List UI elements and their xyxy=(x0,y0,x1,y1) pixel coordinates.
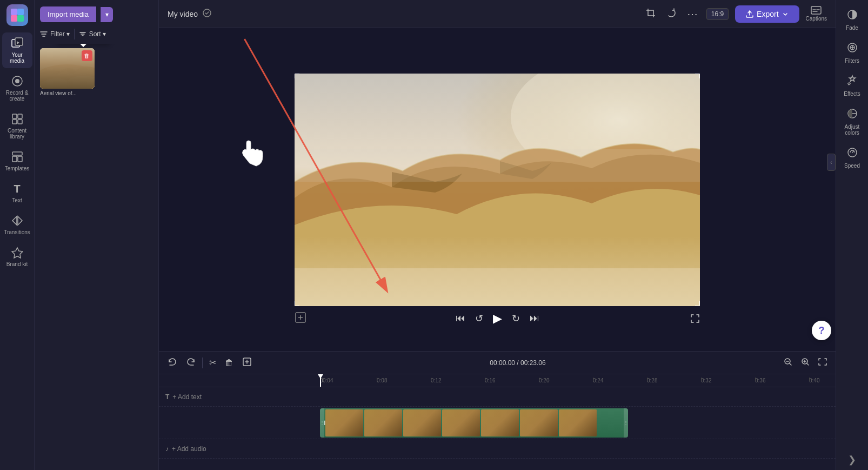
clip-frames xyxy=(324,408,624,438)
corner-handle-tr[interactable] xyxy=(695,74,700,78)
sidebar-item-transitions[interactable]: Transitions xyxy=(2,210,32,240)
filter-label: Filter xyxy=(50,30,65,38)
fit-timeline-button[interactable] xyxy=(816,355,829,370)
text-track-row: T + Add text xyxy=(159,387,836,407)
import-media-button[interactable]: Import media xyxy=(40,6,96,22)
right-tool-effects[interactable]: Effects xyxy=(838,70,866,101)
text-track-label: T + Add text xyxy=(159,393,320,401)
video-track-row: ⋮ ⏸ ⋮ xyxy=(159,407,836,439)
right-tool-adjust-colors[interactable]: Adjust colors xyxy=(838,103,866,140)
ruler-mark-10: 0:40 xyxy=(809,378,836,383)
svg-rect-13 xyxy=(12,156,17,162)
right-tool-filters[interactable]: Filters xyxy=(838,37,866,68)
ruler-mark-8: 0:32 xyxy=(701,378,755,383)
zoom-in-button[interactable] xyxy=(799,355,812,370)
sidebar-label-templates: Templates xyxy=(5,166,30,171)
svg-rect-2 xyxy=(11,15,17,22)
clip-frame-4 xyxy=(442,409,480,436)
left-sidebar: Your media Record & create Content libra… xyxy=(0,0,35,470)
skip-back-button[interactable]: ⏮ xyxy=(456,313,465,324)
media-grid: Add to timeline xyxy=(35,44,158,470)
collapse-media-panel-button[interactable]: ‹ xyxy=(827,154,836,171)
right-tool-fade[interactable]: Fade xyxy=(838,4,866,35)
filters-label: Filters xyxy=(845,58,859,64)
svg-rect-14 xyxy=(18,156,22,162)
sidebar-item-brand-kit[interactable]: Brand kit xyxy=(2,242,32,272)
sort-button[interactable]: Sort ▾ xyxy=(79,30,106,38)
import-media-dropdown[interactable]: ▾ xyxy=(101,7,113,22)
svg-rect-12 xyxy=(12,152,22,155)
captions-label: Captions xyxy=(806,16,827,22)
timeline-toolbar: ✂ 🗑 00:00.00 / 00:23.06 xyxy=(159,352,836,374)
help-button[interactable]: ? xyxy=(812,321,831,340)
sidebar-item-content-library[interactable]: Content library xyxy=(2,108,32,144)
sidebar-item-record-create[interactable]: Record & create xyxy=(2,70,32,106)
ruler-mark-1: 0:04 xyxy=(323,378,377,383)
video-clip-1[interactable]: ⋮ ⏸ ⋮ xyxy=(320,408,628,438)
main-area: My video ⋯ 16:9 xyxy=(159,0,836,470)
timeline-content: 0 0:04 0:08 0:12 0:16 0:20 0:24 0:28 0:3… xyxy=(159,374,836,470)
rewind-button[interactable]: ↺ xyxy=(475,313,483,325)
sidebar-item-text[interactable]: T Text xyxy=(2,178,32,208)
svg-rect-3 xyxy=(17,15,24,22)
sidebar-label-record-create: Record & create xyxy=(4,90,30,102)
svg-point-17 xyxy=(40,64,95,89)
save-status-icon xyxy=(202,8,212,20)
media-thumb-1[interactable]: Add to timeline xyxy=(40,48,95,466)
play-button[interactable]: ▶ xyxy=(493,312,502,326)
clip-handle-right[interactable]: ⋮ xyxy=(624,408,628,438)
sidebar-label-transitions: Transitions xyxy=(4,229,30,235)
cut-button[interactable]: ✂ xyxy=(207,355,218,370)
mask-control[interactable] xyxy=(295,312,306,326)
corner-handle-br[interactable] xyxy=(695,301,700,306)
collapse-right-sidebar-button[interactable]: ❯ xyxy=(848,454,856,466)
svg-line-37 xyxy=(852,151,854,153)
delete-clip-button[interactable]: 🗑 xyxy=(223,356,236,370)
clip-frame-5 xyxy=(481,409,519,436)
transitions-icon xyxy=(11,214,24,227)
zoom-out-button[interactable] xyxy=(782,355,794,370)
svg-point-18 xyxy=(40,71,72,89)
undo-button[interactable] xyxy=(165,355,179,371)
captions-button[interactable]: Captions xyxy=(806,6,827,22)
svg-rect-9 xyxy=(18,114,22,118)
filters-icon xyxy=(846,42,858,56)
preview-area: ⏮ ↺ ▶ ↻ ⏭ xyxy=(159,28,836,351)
more-options-button[interactable]: ⋯ xyxy=(685,5,700,23)
svg-rect-24 xyxy=(295,268,700,306)
effects-icon xyxy=(846,75,858,89)
timeline-playhead[interactable] xyxy=(320,374,321,387)
crop-button[interactable] xyxy=(644,6,658,22)
export-button[interactable]: Export xyxy=(735,5,799,23)
sort-chevron: ▾ xyxy=(103,30,106,38)
ruler-mark-4: 0:16 xyxy=(485,378,539,383)
corner-handle-bl[interactable] xyxy=(295,301,299,306)
brand-kit-icon xyxy=(11,246,24,259)
add-text-label[interactable]: + Add text xyxy=(172,393,202,401)
right-sidebar-bottom: ❯ xyxy=(848,454,856,466)
timeline-tools-right xyxy=(782,355,829,370)
media-thumb-label-1: Aerial view of... xyxy=(40,90,95,96)
content-library-icon xyxy=(11,112,24,125)
rotate-button[interactable] xyxy=(664,6,678,22)
sidebar-item-your-media[interactable]: Your media xyxy=(2,32,32,68)
svg-rect-8 xyxy=(12,114,17,118)
redo-button[interactable] xyxy=(184,355,198,371)
skip-forward-button[interactable]: ⏭ xyxy=(530,313,539,324)
add-clip-button[interactable] xyxy=(240,355,254,371)
right-tool-speed[interactable]: Speed xyxy=(838,142,866,173)
fade-label: Fade xyxy=(846,25,858,31)
fullscreen-button[interactable] xyxy=(690,314,700,326)
timeline-ruler: 0 0:04 0:08 0:12 0:16 0:20 0:24 0:28 0:3… xyxy=(159,374,836,387)
delete-badge-1[interactable]: 🗑 xyxy=(82,50,92,61)
filter-button[interactable]: Filter ▾ xyxy=(40,30,70,38)
divider-timeline xyxy=(202,358,203,368)
ruler-mark-3: 0:12 xyxy=(431,378,485,383)
sidebar-item-templates[interactable]: Templates xyxy=(2,146,32,176)
project-title: My video xyxy=(168,10,198,18)
add-audio-label[interactable]: + Add audio xyxy=(172,445,206,453)
effects-label: Effects xyxy=(844,91,860,97)
forward-button[interactable]: ↻ xyxy=(512,313,520,325)
right-sidebar: Fade Filters Effects Ad xyxy=(836,0,868,470)
corner-handle-tl[interactable] xyxy=(295,74,299,78)
